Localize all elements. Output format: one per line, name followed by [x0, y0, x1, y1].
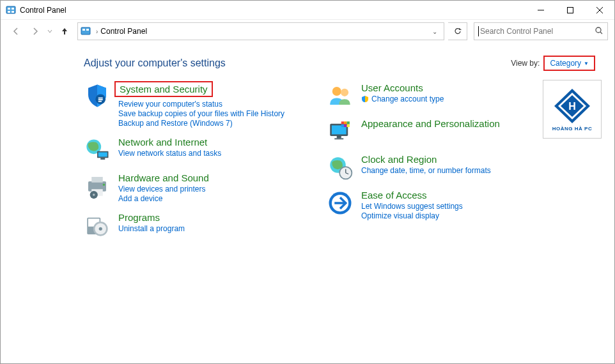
control-panel-icon: [81, 26, 91, 36]
category-column-right: User Accounts Change account type Appear…: [327, 82, 544, 239]
svg-rect-40: [344, 121, 346, 124]
svg-rect-23: [91, 177, 103, 183]
users-icon: [327, 82, 354, 109]
svg-rect-20: [98, 153, 107, 157]
link-backup-restore[interactable]: Backup and Restore (Windows 7): [118, 119, 301, 128]
svg-rect-21: [100, 158, 105, 160]
svg-rect-44: [347, 125, 350, 127]
close-button[interactable]: [585, 1, 614, 20]
svg-text:H: H: [568, 101, 576, 112]
category-title-ease-of-access[interactable]: Ease of Access: [361, 190, 427, 201]
category-system-security: System and Security Review your computer…: [84, 82, 301, 128]
maximize-button[interactable]: [556, 1, 585, 20]
category-title-appearance[interactable]: Appearance and Personalization: [361, 118, 500, 129]
disc-box-icon: [84, 212, 111, 239]
category-network: Network and Internet View network status…: [84, 137, 301, 163]
svg-rect-17: [98, 101, 102, 102]
svg-point-12: [596, 27, 601, 33]
category-title-system-security[interactable]: System and Security: [114, 81, 213, 97]
svg-point-25: [103, 184, 105, 186]
category-title-network[interactable]: Network and Internet: [118, 137, 207, 148]
category-ease-of-access: Ease of Access Let Windows suggest setti…: [327, 190, 544, 220]
clock-globe-icon: [327, 154, 354, 181]
svg-point-34: [341, 89, 348, 96]
search-input[interactable]: [480, 27, 595, 36]
svg-rect-41: [347, 121, 350, 124]
minimize-button[interactable]: [526, 1, 556, 20]
svg-rect-1: [8, 8, 10, 10]
window-title: Control Panel: [20, 6, 526, 15]
link-file-history[interactable]: Save backup copies of your files with Fi…: [118, 109, 301, 118]
view-by: View by: Category ▼: [511, 56, 595, 71]
category-programs: Programs Uninstall a program: [84, 212, 301, 239]
link-date-time-formats[interactable]: Change date, time, or number formats: [361, 166, 544, 175]
chevron-right-icon[interactable]: ›: [96, 28, 98, 35]
svg-rect-15: [98, 98, 103, 99]
breadcrumb-control-panel[interactable]: Control Panel: [100, 27, 147, 36]
navbar: › Control Panel ⌄: [1, 20, 614, 43]
monitor-colors-icon: [327, 118, 354, 145]
category-user-accounts: User Accounts Change account type: [327, 82, 544, 109]
category-hardware: Hardware and Sound View devices and prin…: [84, 172, 301, 203]
svg-rect-43: [344, 125, 346, 127]
svg-point-27: [93, 193, 95, 196]
shield-icon: [84, 82, 111, 109]
category-title-programs[interactable]: Programs: [118, 212, 160, 223]
category-clock-region: Clock and Region Change date, time, or n…: [327, 154, 544, 181]
up-button[interactable]: [56, 22, 74, 40]
text-cursor: [478, 26, 479, 36]
printer-icon: [84, 172, 111, 199]
globe-network-icon: [84, 137, 111, 163]
recent-dropdown[interactable]: [45, 22, 54, 40]
svg-rect-11: [86, 29, 89, 31]
svg-line-13: [600, 32, 602, 34]
link-devices-printers[interactable]: View devices and printers: [118, 185, 301, 193]
content-area: Adjust your computer's settings View by:…: [1, 43, 614, 252]
logo-hoang-ha-pc: H HOÀNG HÀ PC: [543, 80, 602, 139]
link-optimize-display[interactable]: Optimize visual display: [361, 211, 544, 220]
uac-shield-icon: [361, 95, 369, 103]
link-add-device[interactable]: Add a device: [118, 194, 301, 203]
category-title-clock-region[interactable]: Clock and Region: [361, 154, 437, 165]
svg-rect-2: [12, 8, 14, 10]
search-box[interactable]: [474, 22, 608, 40]
logo-text: HOÀNG HÀ PC: [552, 126, 592, 132]
svg-rect-16: [98, 99, 103, 100]
forward-button[interactable]: [26, 22, 44, 40]
view-by-value: Category: [550, 59, 581, 68]
svg-point-33: [332, 87, 341, 96]
category-column-left: System and Security Review your computer…: [84, 82, 301, 239]
refresh-button[interactable]: [448, 22, 467, 40]
category-title-hardware[interactable]: Hardware and Sound: [118, 172, 209, 183]
view-by-dropdown[interactable]: Category ▼: [543, 56, 595, 71]
svg-rect-9: [81, 27, 90, 34]
ease-of-access-icon: [327, 190, 354, 216]
svg-rect-4: [12, 11, 14, 13]
category-appearance: Appearance and Personalization: [327, 118, 544, 145]
svg-point-32: [99, 227, 102, 231]
link-network-status[interactable]: View network status and tasks: [118, 149, 301, 158]
link-change-account-type[interactable]: Change account type: [361, 95, 544, 103]
svg-rect-38: [334, 139, 343, 140]
svg-rect-37: [337, 136, 341, 139]
page-heading: Adjust your computer's settings: [84, 57, 226, 69]
address-dropdown[interactable]: ⌄: [428, 28, 441, 35]
back-button[interactable]: [7, 22, 25, 40]
svg-rect-10: [82, 29, 85, 31]
control-panel-icon: [6, 5, 16, 15]
svg-rect-39: [341, 121, 344, 124]
category-title-user-accounts[interactable]: User Accounts: [361, 82, 423, 93]
link-windows-suggest[interactable]: Let Windows suggest settings: [361, 202, 544, 211]
svg-rect-42: [341, 125, 344, 127]
search-icon[interactable]: [595, 26, 603, 37]
svg-rect-3: [8, 11, 10, 13]
link-uninstall[interactable]: Uninstall a program: [118, 224, 301, 233]
titlebar: Control Panel: [1, 1, 614, 20]
address-bar[interactable]: › Control Panel ⌄: [77, 22, 444, 40]
view-by-label: View by:: [511, 59, 540, 68]
link-review-status[interactable]: Review your computer's status: [118, 100, 301, 109]
svg-rect-6: [568, 7, 573, 13]
dropdown-triangle-icon: ▼: [584, 61, 589, 66]
